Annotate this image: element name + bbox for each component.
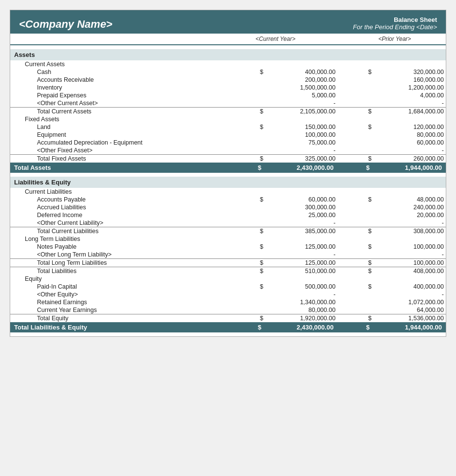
lt-liab-header-row: Long Term Liabilities	[10, 235, 446, 243]
paid-in-py-dollar: $	[337, 283, 373, 291]
total-fa-cy-dollar: $	[229, 155, 265, 163]
cy-earn-row: Current Year Earnings 80,000.00 64,000.0…	[10, 306, 446, 314]
report-info: Balance Sheet For the Period Ending <Dat…	[353, 16, 437, 31]
total-assets-cy-value: 2,430,000.00	[265, 163, 337, 173]
other-eq-py-value: -	[374, 291, 446, 298]
other-cl-row: <Other Current Liability> - -	[10, 219, 446, 227]
ap-cy-dollar: $	[229, 196, 265, 203]
equipment-row: Equipment 100,000.00 80,000.00	[10, 131, 446, 139]
current-assets-label: Current Assets	[10, 60, 229, 68]
total-eq-label: Total Equity	[10, 314, 229, 323]
deferred-row: Deferred Income 25,000.00 20,000.00	[10, 211, 446, 219]
inventory-row: Inventory 1,500,000.00 1,200,000.00	[10, 84, 446, 92]
cash-cy-value: 400,000.00	[265, 68, 337, 76]
ar-row: Accounts Receivable 200,000.00 160,000.0…	[10, 76, 446, 84]
report-subtitle: For the Period Ending <Date>	[353, 23, 437, 31]
prepaid-label: Prepaid Expenses	[10, 92, 229, 99]
other-ca-row: <Other Current Asset> - -	[10, 99, 446, 108]
equipment-py-value: 80,000.00	[374, 131, 446, 139]
equity-header-row: Equity	[10, 275, 446, 283]
col-header-py: <Prior Year>	[344, 36, 446, 42]
other-fa-row: <Other Fixed Asset> - -	[10, 146, 446, 155]
spacer-bottom	[10, 332, 446, 336]
total-ca-row: Total Current Assets $ 2,105,000.00 $ 1,…	[10, 108, 446, 116]
land-cy-dollar: $	[229, 123, 265, 131]
liab-equity-section-header: Liabilities & Equity	[10, 177, 446, 188]
total-eq-py-dollar: $	[337, 314, 373, 323]
other-fa-py-value: -	[374, 146, 446, 155]
ar-cy-value: 200,000.00	[265, 76, 337, 84]
col-header-cy: <Current Year>	[207, 36, 344, 42]
total-assets-py-dollar: $	[337, 163, 373, 173]
total-lt-row: Total Long Term Liabilities $ 125,000.00…	[10, 259, 446, 267]
total-ca-py-value: 1,684,000.00	[374, 108, 446, 116]
cy-earn-py-value: 64,000.00	[374, 306, 446, 314]
total-liab-py-dollar: $	[337, 267, 373, 275]
retained-row: Retained Earnings 1,340,000.00 1,072,000…	[10, 298, 446, 306]
ar-label: Accounts Receivable	[10, 76, 229, 84]
total-eq-cy-value: 1,920,000.00	[265, 314, 337, 323]
total-cl-py-value: 308,000.00	[374, 227, 446, 236]
prepaid-cy-value: 5,000.00	[265, 92, 337, 99]
total-eq-row: Total Equity $ 1,920,000.00 $ 1,536,000.…	[10, 314, 446, 323]
retained-py-value: 1,072,000.00	[374, 298, 446, 306]
total-fa-py-value: 260,000.00	[374, 155, 446, 163]
accr-liab-label: Accrued Liabilities	[10, 203, 229, 211]
ap-py-dollar: $	[337, 196, 373, 203]
total-liab-cy-dollar: $	[229, 267, 265, 275]
deferred-cy-value: 25,000.00	[265, 211, 337, 219]
notes-cy-dollar: $	[229, 243, 265, 251]
total-cl-cy-value: 385,000.00	[265, 227, 337, 236]
other-lt-cy-value: -	[265, 251, 337, 259]
assets-section-header: Assets	[10, 49, 446, 60]
other-eq-row: <Other Equity> - -	[10, 291, 446, 298]
total-le-label: Total Liabilities & Equity	[10, 322, 229, 332]
total-assets-label: Total Assets	[10, 163, 229, 173]
total-cl-cy-dollar: $	[229, 227, 265, 236]
deferred-py-value: 20,000.00	[374, 211, 446, 219]
ap-cy-value: 60,000.00	[265, 196, 337, 203]
total-ca-label: Total Current Assets	[10, 108, 229, 116]
paid-in-cy-dollar: $	[229, 283, 265, 291]
total-le-cy-value: 2,430,000.00	[265, 322, 337, 332]
ap-row: Accounts Payable $ 60,000.00 $ 48,000.00	[10, 196, 446, 203]
fixed-assets-header-row: Fixed Assets	[10, 115, 446, 123]
notes-py-value: 100,000.00	[374, 243, 446, 251]
land-py-dollar: $	[337, 123, 373, 131]
land-label: Land	[10, 123, 229, 131]
fixed-assets-label: Fixed Assets	[10, 115, 229, 123]
total-cl-row: Total Current Liabilities $ 385,000.00 $…	[10, 227, 446, 236]
paid-in-row: Paid-In Capital $ 500,000.00 $ 400,000.0…	[10, 283, 446, 291]
balance-sheet: <Company Name> Balance Sheet For the Per…	[10, 10, 446, 337]
header: <Company Name> Balance Sheet For the Per…	[10, 10, 446, 34]
current-assets-header-row: Current Assets	[10, 60, 446, 68]
current-liab-label: Current Liabilities	[10, 188, 229, 196]
notes-row: Notes Payable $ 125,000.00 $ 100,000.00	[10, 243, 446, 251]
total-lt-cy-value: 125,000.00	[265, 259, 337, 267]
other-cl-py-value: -	[374, 219, 446, 227]
equipment-label: Equipment	[10, 131, 229, 139]
current-liab-header-row: Current Liabilities	[10, 188, 446, 196]
cash-cy-dollar: $	[229, 68, 265, 76]
total-lt-cy-dollar: $	[229, 259, 265, 267]
other-cl-cy-value: -	[265, 219, 337, 227]
retained-label: Retained Earnings	[10, 298, 229, 306]
cash-row: Cash $ 400,000.00 $ 320,000.00	[10, 68, 446, 76]
balance-sheet-table: Assets Current Assets Cash $ 400,000.00 …	[10, 45, 446, 336]
total-ca-py-dollar: $	[337, 108, 373, 116]
inventory-cy-value: 1,500,000.00	[265, 84, 337, 92]
prepaid-py-value: 4,000.00	[374, 92, 446, 99]
company-name: <Company Name>	[19, 18, 112, 31]
cash-label: Cash	[10, 68, 229, 76]
total-eq-py-value: 1,536,000.00	[374, 314, 446, 323]
total-assets-py-value: 1,944,000.00	[374, 163, 446, 173]
total-liab-py-value: 408,000.00	[374, 267, 446, 275]
cy-earn-cy-value: 80,000.00	[265, 306, 337, 314]
cy-earn-label: Current Year Earnings	[10, 306, 229, 314]
total-ca-cy-dollar: $	[229, 108, 265, 116]
total-liab-label: Total Liabilities	[10, 267, 229, 275]
ar-py-value: 160,000.00	[374, 76, 446, 84]
accum-dep-cy-value: 75,000.00	[265, 139, 337, 146]
other-lt-py-value: -	[374, 251, 446, 259]
spacer-row	[10, 45, 446, 49]
